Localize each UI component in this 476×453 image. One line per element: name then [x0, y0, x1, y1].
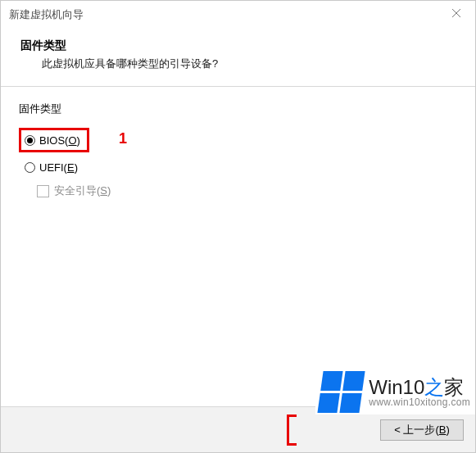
- page-title: 固件类型: [20, 39, 456, 53]
- annotation-marker-1: 1: [119, 130, 127, 147]
- watermark: Win10之家 www.win10xitong.com: [315, 368, 475, 414]
- back-button[interactable]: < 上一步(B): [380, 419, 464, 441]
- close-button[interactable]: [437, 1, 475, 25]
- group-label-firmware: 固件类型: [19, 102, 457, 116]
- windows-logo-icon: [318, 371, 365, 413]
- radio-bios-label: BIOS(O): [39, 134, 80, 147]
- wizard-body: 固件类型 BIOS(O) UEFI(E) 安全引导(S): [1, 87, 475, 213]
- radio-icon: [25, 135, 35, 146]
- radio-uefi[interactable]: UEFI(E): [19, 157, 457, 177]
- window-title: 新建虚拟机向导: [9, 7, 84, 22]
- secure-boot-label: 安全引导(S): [54, 183, 111, 198]
- checkbox-icon: [37, 185, 49, 197]
- highlight-box-1: BIOS(O): [19, 128, 89, 152]
- radio-bios[interactable]: BIOS(O): [25, 130, 80, 150]
- page-subtitle: 此虚拟机应具备哪种类型的引导设备?: [20, 57, 456, 71]
- watermark-url: www.win10xitong.com: [369, 397, 470, 408]
- radio-uefi-label: UEFI(E): [39, 161, 78, 174]
- wizard-window: 新建虚拟机向导 固件类型 此虚拟机应具备哪种类型的引导设备? 固件类型 BIOS…: [0, 0, 476, 453]
- titlebar: 新建虚拟机向导: [1, 1, 475, 29]
- radio-icon: [25, 162, 35, 173]
- wizard-header: 固件类型 此虚拟机应具备哪种类型的引导设备?: [1, 29, 475, 87]
- highlight-box-2: [287, 414, 297, 446]
- watermark-text: Win10之家 www.win10xitong.com: [369, 377, 470, 408]
- checkbox-secure-boot: 安全引导(S): [19, 183, 457, 198]
- close-icon: [451, 8, 461, 18]
